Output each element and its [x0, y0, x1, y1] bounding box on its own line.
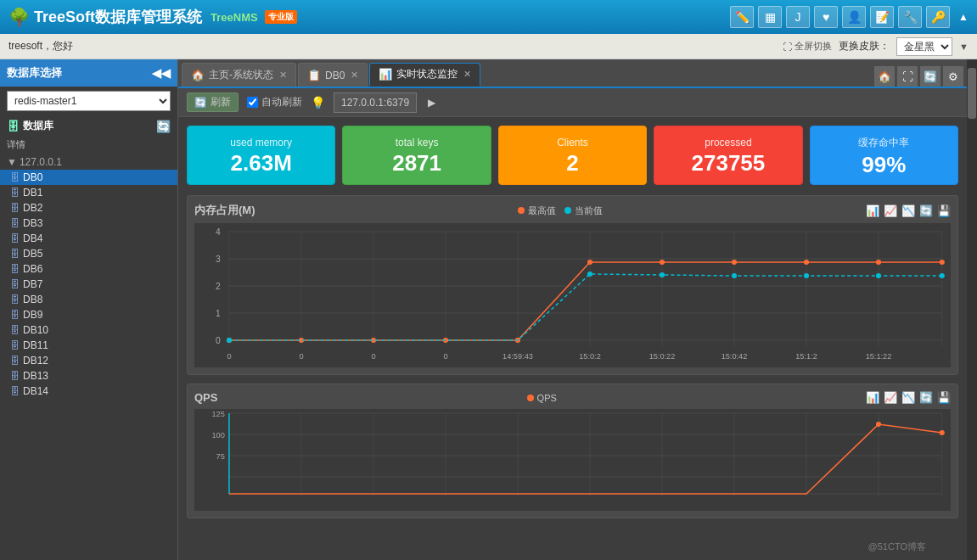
- heart-icon-btn[interactable]: ♥: [814, 6, 838, 28]
- sidebar-item-db10[interactable]: 🗄 DB10: [0, 322, 177, 338]
- home-tab-close[interactable]: ✕: [279, 70, 287, 81]
- db12-label: DB12: [23, 355, 48, 367]
- memory-chart-legend: 最高值 当前值: [518, 204, 603, 217]
- mem-chart-icon3[interactable]: 📉: [901, 204, 915, 217]
- sub-toolbar: 🔄 刷新 自动刷新 💡 127.0.0.1:6379 ▶: [178, 88, 967, 117]
- tab-home-btn[interactable]: 🏠: [874, 66, 895, 87]
- db0-tab-close[interactable]: ✕: [351, 70, 358, 81]
- tab-realtime[interactable]: 📊 实时状态监控 ✕: [369, 63, 480, 87]
- right-scrollbar[interactable]: [967, 59, 977, 560]
- grid-icon-btn[interactable]: ▦: [758, 6, 782, 28]
- tab-db0[interactable]: 📋 DB0 ✕: [298, 63, 368, 87]
- sidebar-db-label: 🗄 数据库: [7, 119, 53, 133]
- db2-icon: 🗄: [10, 203, 20, 213]
- server-address: 127.0.0.1:6379: [334, 92, 417, 113]
- qps-chart-icon5[interactable]: 💾: [937, 391, 951, 404]
- db14-label: DB14: [23, 385, 48, 397]
- fullscreen-btn[interactable]: ⛶ 全屏切换: [783, 40, 832, 53]
- legend-max: 最高值: [518, 204, 556, 217]
- svg-rect-50: [194, 409, 951, 511]
- svg-text:0: 0: [227, 352, 231, 361]
- sidebar-item-db13[interactable]: 🗄 DB13: [0, 368, 177, 384]
- mem-chart-icon2[interactable]: 📈: [884, 204, 897, 217]
- db-selector[interactable]: redis-master1 redis-master2: [7, 91, 171, 111]
- sidebar-item-db5[interactable]: 🗄 DB5: [0, 246, 177, 261]
- svg-text:2: 2: [216, 282, 221, 291]
- sidebar-item-db0[interactable]: 🗄 DB0: [0, 170, 177, 185]
- clients-label: Clients: [509, 137, 636, 148]
- memory-chart-body: 4 3 2 1 0: [194, 223, 951, 367]
- sidebar-item-db9[interactable]: 🗄 DB9: [0, 307, 177, 322]
- scroll-right-arrow[interactable]: ▶: [428, 97, 435, 109]
- svg-text:75: 75: [216, 452, 225, 461]
- db3-icon: 🗄: [10, 218, 20, 228]
- sidebar: 数据库选择 ◀◀ redis-master1 redis-master2 🗄 数…: [0, 59, 178, 560]
- qps-chart-icon4[interactable]: 🔄: [919, 391, 933, 404]
- qps-chart-icon2[interactable]: 📈: [884, 391, 897, 404]
- header-collapse-arrow[interactable]: ▲: [958, 11, 969, 23]
- db11-icon: 🗄: [10, 340, 20, 350]
- app-header: 🌳 TreeSoft数据库管理系统 TreeNMS 专业版 ✏️ ▦ J ♥ 👤…: [0, 0, 977, 34]
- sidebar-header-icons: ◀◀: [152, 66, 171, 80]
- tree-parent-item[interactable]: ▼ 127.0.0.1: [0, 154, 177, 170]
- sidebar-item-db4[interactable]: 🗄 DB4: [0, 231, 177, 246]
- sidebar-item-db7[interactable]: 🗄 DB7: [0, 277, 177, 292]
- auto-refresh-checkbox[interactable]: [247, 97, 258, 108]
- db9-icon: 🗄: [10, 310, 20, 320]
- svg-rect-0: [194, 223, 951, 367]
- tab-expand-btn[interactable]: ⛶: [897, 66, 918, 87]
- svg-point-43: [227, 338, 232, 343]
- legend-cur: 当前值: [564, 204, 603, 217]
- sidebar-collapse-left[interactable]: ◀◀: [152, 66, 171, 80]
- tree-parent-label: 127.0.0.1: [20, 156, 62, 168]
- tab-home[interactable]: 🏠 主页-系统状态 ✕: [182, 63, 296, 87]
- app-subtitle: TreeNMS: [211, 11, 258, 24]
- j-icon-btn[interactable]: J: [786, 6, 810, 28]
- mem-chart-icon1[interactable]: 📊: [866, 204, 879, 217]
- sidebar-item-db6[interactable]: 🗄 DB6: [0, 261, 177, 277]
- change-skin-label: 更换皮肤：: [839, 39, 890, 53]
- sidebar-refresh-icon[interactable]: 🔄: [156, 120, 171, 133]
- clients-value: 2: [509, 152, 636, 174]
- sidebar-item-db14[interactable]: 🗄 DB14: [0, 384, 177, 399]
- sidebar-item-db1[interactable]: 🗄 DB1: [0, 185, 177, 200]
- db4-icon: 🗄: [10, 233, 20, 244]
- tab-settings-btn[interactable]: ⚙: [943, 66, 963, 87]
- mem-chart-icon4[interactable]: 🔄: [919, 204, 933, 217]
- svg-point-41: [876, 260, 881, 265]
- content-area: 🏠 主页-系统状态 ✕ 📋 DB0 ✕ 📊 实时状态监控 ✕ 🏠 ⛶ 🔄 ⚙: [178, 59, 967, 560]
- svg-point-45: [660, 272, 665, 277]
- db11-label: DB11: [23, 339, 48, 351]
- svg-point-37: [587, 260, 592, 265]
- qps-chart-icon3[interactable]: 📉: [901, 391, 915, 404]
- skin-selector[interactable]: 金星黑: [896, 37, 952, 56]
- edit-icon-btn[interactable]: ✏️: [730, 6, 754, 28]
- qps-chart-body: 125 100 75: [194, 409, 951, 511]
- user-icon-btn[interactable]: 👤: [842, 6, 866, 28]
- refresh-btn[interactable]: 🔄 刷新: [187, 92, 239, 112]
- tools-icon-btn[interactable]: 🔧: [898, 6, 922, 28]
- sidebar-header: 数据库选择 ◀◀: [0, 59, 177, 87]
- stat-total-keys: total keys 2871: [342, 126, 491, 185]
- sidebar-item-db11[interactable]: 🗄 DB11: [0, 338, 177, 353]
- bulb-icon: 💡: [311, 96, 325, 109]
- qps-chart-icon1[interactable]: 📊: [866, 391, 879, 404]
- mem-chart-icon5[interactable]: 💾: [937, 204, 951, 217]
- key-icon-btn[interactable]: 🔑: [926, 6, 950, 28]
- realtime-tab-close[interactable]: ✕: [463, 69, 471, 80]
- db3-label: DB3: [23, 217, 42, 229]
- auto-refresh-label[interactable]: 自动刷新: [247, 95, 302, 109]
- svg-point-46: [732, 273, 737, 278]
- sidebar-item-db3[interactable]: 🗄 DB3: [0, 216, 177, 231]
- scrollbar-thumb[interactable]: [968, 68, 976, 119]
- dashboard: used memory 2.63M total keys 2871 Client…: [178, 117, 967, 560]
- realtime-tab-label: 实时状态监控: [396, 67, 458, 81]
- sidebar-item-db2[interactable]: 🗄 DB2: [0, 200, 177, 216]
- sidebar-item-db12[interactable]: 🗄 DB12: [0, 353, 177, 368]
- tab-refresh-btn[interactable]: 🔄: [920, 66, 941, 87]
- sidebar-item-db8[interactable]: 🗄 DB8: [0, 292, 177, 307]
- db-select-wrapper: redis-master1 redis-master2: [0, 87, 177, 115]
- db10-icon: 🗄: [10, 325, 20, 335]
- db14-icon: 🗄: [10, 386, 20, 396]
- log-icon-btn[interactable]: 📝: [870, 6, 894, 28]
